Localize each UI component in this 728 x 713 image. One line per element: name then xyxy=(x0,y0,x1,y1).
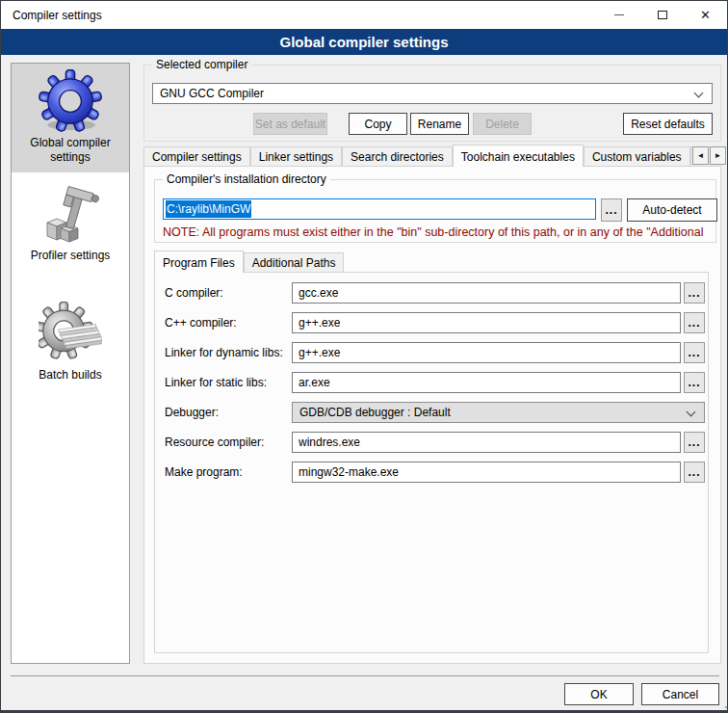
blue-gear-icon xyxy=(39,69,102,133)
installation-directory-input[interactable]: C:\raylib\MinGW xyxy=(163,198,596,220)
minimize-icon xyxy=(614,14,624,15)
settings-category-list: Global compiler settings xyxy=(11,63,130,664)
minimize-button[interactable] xyxy=(597,1,640,29)
compiler-tabs: Compiler settings Linker settings Search… xyxy=(143,145,692,167)
make-program-row: Make program: ... xyxy=(155,462,708,483)
resource-compiler-browse-button[interactable]: ... xyxy=(684,432,705,453)
static-linker-label: Linker for static libs: xyxy=(165,376,267,389)
close-button[interactable]: ✕ xyxy=(684,1,727,29)
c-compiler-label: C compiler: xyxy=(165,286,223,300)
tab-program-files[interactable]: Program Files xyxy=(154,251,244,273)
chevron-down-icon xyxy=(694,89,704,98)
rename-button[interactable]: Rename xyxy=(410,113,469,135)
delete-button[interactable]: Delete xyxy=(473,113,532,135)
debugger-select-value: GDB/CDB debugger : Default xyxy=(299,406,451,419)
c-compiler-browse-button[interactable]: ... xyxy=(684,282,705,304)
debugger-label: Debugger: xyxy=(165,406,219,419)
title-bar[interactable]: Compiler settings ✕ xyxy=(1,1,727,29)
make-program-label: Make program: xyxy=(165,465,243,479)
cpp-compiler-input[interactable] xyxy=(292,312,681,333)
cpp-compiler-label: C++ compiler: xyxy=(165,316,237,330)
dynamic-linker-label: Linker for dynamic libs: xyxy=(165,346,283,359)
sidebar-item-label: Profiler settings xyxy=(31,249,111,263)
cpp-compiler-row: C++ compiler: ... xyxy=(155,312,708,333)
compiler-settings-window: Compiler settings ✕ Global compiler sett… xyxy=(0,0,728,713)
make-program-browse-button[interactable]: ... xyxy=(684,462,705,483)
resource-compiler-label: Resource compiler: xyxy=(165,436,264,449)
banner-title: Global compiler settings xyxy=(279,34,448,50)
reset-defaults-button[interactable]: Reset defaults xyxy=(623,113,713,135)
make-program-input[interactable] xyxy=(292,462,681,483)
resource-compiler-input[interactable] xyxy=(292,432,681,453)
close-icon: ✕ xyxy=(700,9,711,21)
tab-search-directories[interactable]: Search directories xyxy=(342,146,453,166)
compiler-select[interactable]: GNU GCC Compiler xyxy=(152,83,713,104)
resize-grip[interactable] xyxy=(721,702,723,704)
copy-button[interactable]: Copy xyxy=(349,113,407,135)
sidebar-item-profiler-settings[interactable]: Profiler settings xyxy=(12,178,129,271)
program-files-pane: C compiler: ... C++ compiler: ... Linker… xyxy=(154,272,709,653)
footer-divider xyxy=(11,675,719,676)
tab-custom-variables[interactable]: Custom variables xyxy=(584,146,690,166)
selected-compiler-group: Selected compiler GNU GCC Compiler Set a… xyxy=(143,65,721,142)
tab-toolchain-executables[interactable]: Toolchain executables xyxy=(453,145,584,167)
installation-directory-group: Compiler's installation directory C:\ray… xyxy=(154,179,716,243)
installation-directory-group-label: Compiler's installation directory xyxy=(163,172,330,186)
set-as-default-button[interactable]: Set as default xyxy=(253,113,327,135)
dynamic-linker-input[interactable] xyxy=(292,342,681,363)
auto-detect-button[interactable]: Auto-detect xyxy=(627,198,717,222)
maximize-icon xyxy=(658,11,667,19)
toolchain-executables-pane: Compiler's installation directory C:\ray… xyxy=(143,166,721,664)
arrow-right-icon: ► xyxy=(715,151,722,160)
debugger-select[interactable]: GDB/CDB debugger : Default xyxy=(292,402,705,423)
c-compiler-row: C compiler: ... xyxy=(155,282,708,304)
debugger-row: Debugger: GDB/CDB debugger : Default xyxy=(155,402,708,423)
compiler-select-value: GNU GCC Compiler xyxy=(160,87,264,100)
selected-compiler-group-label: Selected compiler xyxy=(152,58,251,71)
bin-subdirectory-note: NOTE: All programs must exist either in … xyxy=(163,225,714,239)
window-title: Compiler settings xyxy=(13,9,102,22)
gray-gear-stack-icon xyxy=(39,302,102,365)
dynamic-linker-browse-button[interactable]: ... xyxy=(684,342,705,363)
c-compiler-input[interactable] xyxy=(292,282,681,304)
sidebar-item-label: Batch builds xyxy=(39,368,101,383)
tab-scroll-buttons: ◄ ► xyxy=(692,146,726,165)
installation-directory-value: C:\raylib\MinGW xyxy=(166,200,251,218)
tab-compiler-settings[interactable]: Compiler settings xyxy=(143,146,250,166)
cancel-button[interactable]: Cancel xyxy=(641,683,719,705)
directory-browse-button[interactable]: ... xyxy=(601,198,622,222)
tab-additional-paths[interactable]: Additional Paths xyxy=(244,252,345,272)
static-linker-input[interactable] xyxy=(292,372,681,393)
tab-linker-settings[interactable]: Linker settings xyxy=(250,146,342,166)
caliper-icon xyxy=(39,184,101,246)
sidebar-item-batch-builds[interactable]: Batch builds xyxy=(12,296,129,390)
static-linker-row: Linker for static libs: ... xyxy=(155,372,708,393)
maximize-button[interactable] xyxy=(640,1,684,29)
dialog-banner: Global compiler settings xyxy=(1,29,727,55)
chevron-down-icon xyxy=(687,408,696,417)
cpp-compiler-browse-button[interactable]: ... xyxy=(684,312,705,333)
toolchain-subtabs: Program Files Additional Paths xyxy=(154,251,709,273)
tab-scroll-left-button[interactable]: ◄ xyxy=(692,146,709,165)
arrow-left-icon: ◄ xyxy=(697,151,705,160)
static-linker-browse-button[interactable]: ... xyxy=(684,372,705,393)
sidebar-item-label: Global compiler settings xyxy=(15,136,125,165)
ok-button[interactable]: OK xyxy=(564,683,634,705)
sidebar-item-global-compiler-settings[interactable]: Global compiler settings xyxy=(12,64,129,172)
resource-compiler-row: Resource compiler: ... xyxy=(155,432,708,453)
tab-scroll-right-button[interactable]: ► xyxy=(710,146,726,165)
window-controls: ✕ xyxy=(597,1,727,29)
dynamic-linker-row: Linker for dynamic libs: ... xyxy=(155,342,708,363)
